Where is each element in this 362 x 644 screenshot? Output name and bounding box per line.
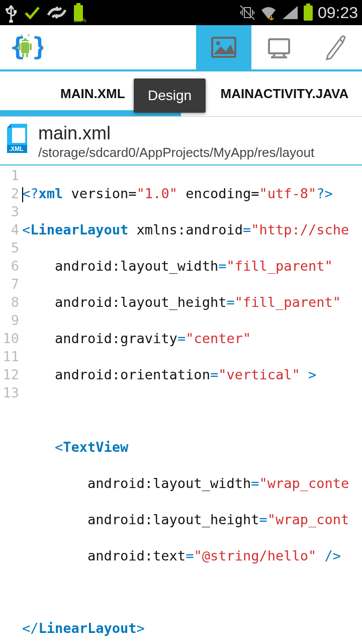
svg-rect-10 (21, 42, 29, 53)
edit-button[interactable] (307, 25, 362, 69)
svg-rect-21 (269, 39, 289, 53)
svg-rect-14 (30, 43, 32, 50)
check-icon (23, 4, 41, 22)
tooltip-design: Design (134, 78, 206, 113)
android-status-bar: 100% 09:23 (0, 0, 362, 25)
svg-text:.XML: .XML (9, 145, 24, 152)
vibrate-icon (239, 5, 255, 21)
svg-rect-6 (304, 6, 313, 21)
file-name-label: main.xml (38, 123, 314, 144)
svg-line-18 (28, 34, 29, 36)
signal-icon (282, 5, 299, 20)
app-logo-icon[interactable]: { } (0, 32, 50, 62)
preview-button[interactable] (251, 25, 307, 69)
line-number-gutter: 12345678910111213 (0, 166, 21, 644)
svg-point-12 (27, 39, 28, 40)
tab-mainactivity-java[interactable]: MAINACTIVITY.JAVA (221, 86, 349, 102)
design-view-button[interactable] (196, 25, 251, 69)
svg-point-2 (9, 20, 13, 23)
svg-rect-4 (76, 3, 80, 6)
svg-point-11 (23, 39, 24, 40)
battery-small-icon: 100% (72, 3, 84, 22)
xml-file-icon: .XML (5, 123, 32, 156)
code-content[interactable]: <?xml version="1.0" encoding="utf-8"?> <… (21, 166, 362, 644)
svg-point-20 (216, 41, 220, 45)
usb-icon (4, 3, 18, 23)
app-action-bar: { } (0, 25, 362, 71)
code-editor[interactable]: 12345678910111213 <?xml version="1.0" en… (0, 166, 362, 644)
svg-point-0 (6, 8, 9, 11)
svg-rect-15 (22, 53, 24, 57)
file-path-label: /storage/sdcard0/AppProjects/MyApp/res/l… (38, 145, 314, 160)
wifi-icon (259, 5, 278, 20)
svg-rect-16 (26, 53, 28, 57)
battery-icon (303, 4, 314, 22)
sync-icon (46, 5, 67, 20)
svg-rect-1 (14, 10, 17, 13)
tab-main-xml[interactable]: MAIN.XML (60, 86, 125, 102)
clock-label: 09:23 (318, 4, 358, 22)
file-tabs: MAIN.XML MAINACTIVITY.JAVA Design (0, 71, 362, 117)
battery-pct-label: 100% (73, 18, 86, 23)
svg-rect-7 (306, 4, 310, 6)
svg-rect-13 (19, 43, 21, 50)
svg-text:}: } (32, 32, 43, 61)
file-header: .XML main.xml /storage/sdcard0/AppProjec… (0, 117, 362, 166)
